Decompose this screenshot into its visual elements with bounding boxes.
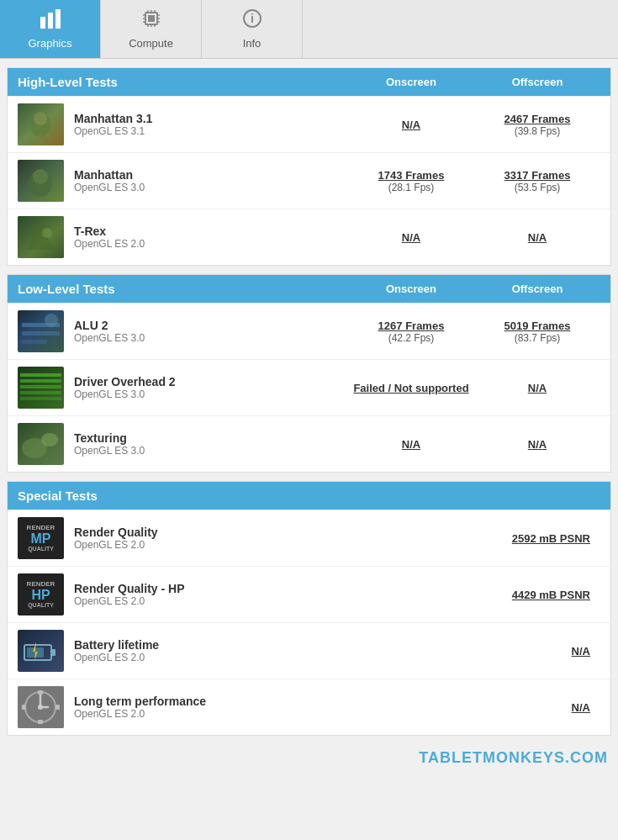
low-level-title: Low-Level Tests [18, 282, 348, 296]
driver-onscreen-main: Failed / Not supported [348, 382, 474, 394]
texturing-sub: OpenGL ES 3.0 [74, 445, 348, 457]
low-level-onscreen-col: Onscreen [348, 283, 474, 295]
tab-info[interactable]: i Info [202, 0, 303, 58]
texturing-name: Texturing [74, 431, 348, 445]
manhattan31-sub: OpenGL ES 3.1 [74, 125, 348, 137]
alu2-offscreen: 5019 Frames (83.7 Fps) [474, 320, 600, 344]
trex-name: T-Rex [74, 225, 348, 238]
trex-offscreen-main: N/A [474, 231, 600, 244]
manhattan31-onscreen: N/A [348, 119, 474, 131]
trex-offscreen: N/A [474, 231, 600, 244]
renderhp-info: Render Quality - HP OpenGL ES 2.0 [74, 582, 432, 607]
svg-rect-4 [148, 15, 155, 22]
alu2-sub: OpenGL ES 3.0 [74, 332, 348, 344]
special-title: Special Tests [18, 489, 98, 503]
manhattan31-offscreen: 2467 Frames (39.8 Fps) [474, 113, 600, 137]
high-level-header: High-Level Tests Onscreen Offscreen [8, 68, 610, 96]
manhattan-offscreen-sub: (53.5 Fps) [474, 182, 600, 193]
battery-result-main: N/A [432, 645, 590, 658]
alu2-onscreen-sub: (42.2 Fps) [348, 332, 474, 344]
low-level-offscreen-col: Offscreen [474, 283, 600, 295]
trex-onscreen: N/A [348, 231, 474, 244]
texturing-thumb [18, 423, 64, 465]
manhattan-onscreen: 1743 Frames (28.1 Fps) [348, 169, 474, 193]
table-row: Battery lifetime OpenGL ES 2.0 N/A [8, 622, 610, 679]
svg-rect-37 [20, 391, 61, 394]
texturing-onscreen-main: N/A [348, 438, 474, 451]
longterm-name: Long term performance [74, 695, 432, 708]
rendermp-thumb: RENDER MP QUALITY [18, 517, 64, 559]
battery-info: Battery lifetime OpenGL ES 2.0 [74, 638, 432, 663]
manhattan-onscreen-sub: (28.1 Fps) [348, 182, 474, 193]
driver-thumb [18, 367, 64, 409]
manhattan31-name: Manhattan 3.1 [74, 112, 348, 125]
alu2-onscreen: 1267 Frames (42.2 Fps) [348, 320, 474, 344]
renderhp-result: 4429 mB PSNR [432, 589, 600, 601]
svg-rect-36 [20, 385, 61, 388]
svg-rect-0 [40, 17, 45, 29]
alu2-name: ALU 2 [74, 319, 348, 332]
driver-sub: OpenGL ES 3.0 [74, 388, 348, 400]
table-row: T-Rex OpenGL ES 2.0 N/A N/A [8, 209, 610, 265]
table-row: Long term performance OpenGL ES 2.0 N/A [8, 679, 610, 735]
manhattan31-offscreen-main: 2467 Frames [474, 113, 600, 125]
driver-name: Driver Overhead 2 [74, 375, 348, 388]
svg-point-49 [38, 705, 43, 710]
low-level-section: Low-Level Tests Onscreen Offscreen [7, 274, 611, 473]
table-row: Manhattan OpenGL ES 3.0 1743 Frames (28.… [8, 152, 610, 209]
high-level-section: High-Level Tests Onscreen Offscreen Manh… [7, 67, 611, 266]
rendermp-result: 2592 mB PSNR [432, 532, 600, 545]
table-row: ALU 2 OpenGL ES 3.0 1267 Frames (42.2 Fp… [8, 303, 610, 359]
manhattan31-offscreen-sub: (39.8 Fps) [474, 125, 600, 137]
battery-thumb [18, 630, 64, 672]
high-level-onscreen-col: Onscreen [348, 76, 474, 88]
table-row: Driver Overhead 2 OpenGL ES 3.0 Failed /… [8, 359, 610, 415]
manhattan-offscreen-main: 3317 Frames [474, 169, 600, 182]
svg-rect-35 [20, 379, 61, 383]
tab-compute[interactable]: Compute [101, 0, 202, 58]
svg-point-21 [34, 112, 47, 125]
trex-info: T-Rex OpenGL ES 2.0 [74, 225, 348, 250]
longterm-sub: OpenGL ES 2.0 [74, 708, 432, 720]
alu2-offscreen-sub: (83.7 Fps) [474, 332, 600, 344]
svg-point-27 [42, 228, 52, 238]
low-level-header: Low-Level Tests Onscreen Offscreen [8, 275, 610, 303]
svg-rect-34 [20, 373, 61, 377]
longterm-thumb [18, 686, 64, 728]
texturing-info: Texturing OpenGL ES 3.0 [74, 431, 348, 457]
svg-text:i: i [251, 12, 254, 25]
trex-onscreen-main: N/A [348, 231, 474, 244]
special-header: Special Tests [8, 482, 610, 510]
svg-rect-2 [55, 9, 61, 29]
tab-bar: Graphics Compute [0, 0, 618, 59]
tab-compute-label: Compute [129, 37, 173, 50]
svg-rect-51 [38, 720, 43, 724]
tab-graphics[interactable]: Graphics [0, 0, 101, 58]
alu2-info: ALU 2 OpenGL ES 3.0 [74, 319, 348, 344]
battery-sub: OpenGL ES 2.0 [74, 652, 432, 663]
trex-sub: OpenGL ES 2.0 [74, 238, 348, 250]
table-row: Manhattan 3.1 OpenGL ES 3.1 N/A 2467 Fra… [8, 96, 610, 152]
renderhp-thumb: RENDER HP QUALITY [18, 573, 64, 615]
high-level-offscreen-col: Offscreen [474, 76, 600, 88]
svg-point-41 [41, 433, 58, 446]
svg-rect-30 [22, 331, 60, 335]
rendermp-info: Render Quality OpenGL ES 2.0 [74, 526, 432, 551]
battery-result: N/A [432, 645, 600, 658]
watermark: TABLETMONKEYS.COM [0, 744, 618, 772]
manhattan-thumb [18, 160, 64, 202]
svg-point-24 [33, 169, 48, 184]
manhattan-offscreen: 3317 Frames (53.5 Fps) [474, 169, 600, 193]
svg-rect-1 [48, 13, 53, 29]
table-row: RENDER HP QUALITY Render Quality - HP Op… [8, 566, 610, 622]
table-row: RENDER MP QUALITY Render Quality OpenGL … [8, 510, 610, 566]
texturing-onscreen: N/A [348, 438, 474, 451]
manhattan31-info: Manhattan 3.1 OpenGL ES 3.1 [74, 112, 348, 137]
texturing-offscreen: N/A [474, 438, 600, 451]
tab-graphics-label: Graphics [28, 37, 71, 50]
longterm-result-main: N/A [432, 701, 590, 714]
manhattan-onscreen-main: 1743 Frames [348, 169, 474, 182]
renderhp-name: Render Quality - HP [74, 582, 432, 595]
chip-icon [140, 8, 163, 34]
svg-rect-50 [38, 690, 43, 695]
